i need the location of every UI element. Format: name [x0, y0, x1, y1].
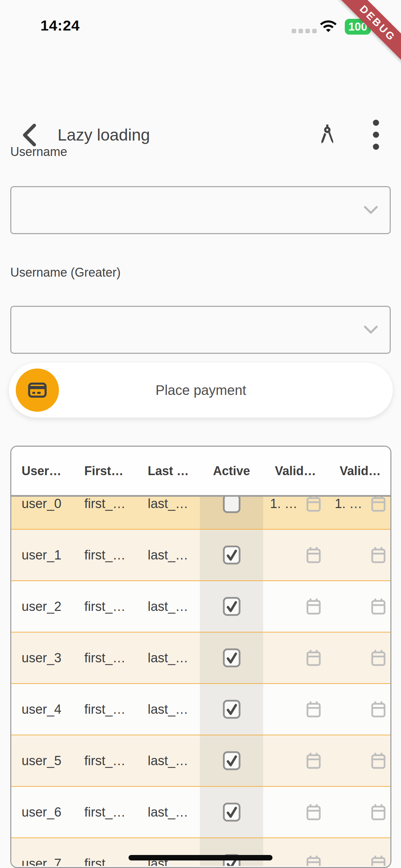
username-cell: user_4	[11, 684, 84, 735]
first-name-cell: first_…	[84, 838, 148, 866]
calendar-icon[interactable]	[370, 598, 386, 615]
active-cell	[200, 497, 263, 529]
valid-to-cell: 1. …	[331, 497, 390, 529]
checkbox-checked-icon[interactable]	[222, 802, 241, 822]
users-table: User…First…Last …ActiveValid…Valid… user…	[10, 446, 391, 868]
last-name-cell: last_…	[148, 632, 200, 683]
table-row-user_6[interactable]: user_6first_…last_…	[11, 787, 390, 838]
calendar-icon[interactable]	[370, 752, 386, 770]
table-row-user_7[interactable]: user_7first_…last_…	[11, 838, 390, 866]
table-header-row: User…First…Last …ActiveValid…Valid…	[11, 447, 390, 497]
last-name-cell: last_…	[148, 684, 200, 735]
calendar-icon[interactable]	[306, 598, 321, 615]
active-cell	[200, 735, 263, 786]
valid-to-cell	[331, 787, 390, 837]
active-cell	[200, 632, 263, 683]
calendar-icon[interactable]	[306, 803, 321, 821]
calendar-icon[interactable]	[370, 855, 386, 866]
header-cell-4: Active	[200, 447, 263, 495]
calendar-icon[interactable]	[306, 546, 321, 564]
valid-from-cell	[263, 735, 331, 786]
checkbox-unchecked-icon[interactable]	[222, 497, 241, 514]
username-greater-dropdown[interactable]	[10, 306, 391, 354]
more-options-icon[interactable]	[371, 119, 381, 151]
username-greater-label: Username (Greater)	[10, 265, 121, 280]
username-cell: user_1	[11, 530, 84, 580]
last-name-cell: last_…	[148, 735, 200, 786]
calendar-icon[interactable]	[370, 497, 386, 513]
active-cell	[200, 684, 263, 735]
status-time: 14:24	[40, 17, 80, 34]
valid-to-cell	[331, 684, 390, 735]
wifi-icon	[319, 19, 338, 34]
valid-from-cell	[263, 632, 331, 683]
valid-from-cell	[263, 530, 331, 580]
valid-from-cell: 1. …	[263, 497, 331, 529]
app-bar: Lazy loading	[0, 58, 401, 99]
last-name-cell: last_…	[148, 530, 200, 580]
header-cell-3: Last …	[148, 447, 200, 495]
first-name-cell: first_…	[84, 530, 148, 580]
calendar-icon[interactable]	[370, 700, 386, 718]
header-cell-2: First…	[84, 447, 148, 495]
checkbox-checked-icon[interactable]	[222, 751, 241, 771]
table-row-user_5[interactable]: user_5first_…last_…	[11, 735, 390, 787]
calendar-icon[interactable]	[370, 803, 386, 821]
valid-date-text: 1. …	[335, 497, 362, 511]
chevron-down-icon	[364, 206, 378, 215]
first-name-cell: first_…	[84, 632, 148, 683]
checkbox-checked-icon[interactable]	[222, 596, 241, 616]
calendar-icon[interactable]	[306, 752, 321, 770]
last-name-cell: last_…	[148, 787, 200, 837]
chevron-down-icon	[364, 325, 378, 334]
header-cell-5: Valid…	[263, 447, 331, 495]
last-name-cell: last_…	[148, 838, 200, 866]
valid-date-text: 1. …	[270, 497, 297, 511]
first-name-cell: first_…	[84, 787, 148, 837]
checkbox-checked-icon[interactable]	[222, 699, 241, 719]
valid-from-cell	[263, 787, 331, 837]
table-row-user_3[interactable]: user_3first_…last_…	[11, 632, 390, 684]
table-row-user_4[interactable]: user_4first_…last_…	[11, 684, 390, 735]
checkbox-checked-icon[interactable]	[222, 545, 241, 565]
architecture-compass-icon[interactable]	[315, 121, 340, 147]
page-title: Lazy loading	[58, 125, 150, 144]
username-cell: user_2	[11, 581, 84, 632]
last-name-cell: last_…	[148, 497, 200, 529]
phone-screen: 14:24 100 DEBUG Lazy loading Username Us…	[0, 0, 401, 868]
username-cell: user_5	[11, 735, 84, 786]
valid-from-cell	[263, 838, 331, 866]
valid-to-cell	[331, 581, 390, 632]
checkbox-checked-icon[interactable]	[222, 648, 241, 668]
table-row-user_1[interactable]: user_1first_…last_…	[11, 530, 390, 581]
header-cell-1: User…	[11, 447, 84, 495]
table-row-user_0[interactable]: user_0first_…last_…1. …1. …	[11, 497, 390, 530]
back-button[interactable]	[21, 123, 38, 147]
home-indicator[interactable]	[129, 855, 272, 860]
username-cell: user_3	[11, 632, 84, 683]
active-cell	[200, 581, 263, 632]
valid-to-cell	[331, 632, 390, 683]
username-cell: user_6	[11, 787, 84, 837]
calendar-icon[interactable]	[306, 700, 321, 718]
username-dropdown[interactable]	[10, 186, 391, 234]
last-name-cell: last_…	[148, 581, 200, 632]
valid-from-cell	[263, 684, 331, 735]
place-payment-label: Place payment	[9, 363, 393, 418]
table-row-user_2[interactable]: user_2first_…last_…	[11, 581, 390, 632]
active-cell	[200, 787, 263, 837]
username-cell: user_7	[11, 838, 84, 866]
table-body: user_0first_…last_…1. …1. …user_1first_……	[11, 497, 390, 866]
cellular-signal-icon	[292, 29, 317, 33]
valid-to-cell	[331, 838, 390, 866]
calendar-icon[interactable]	[370, 649, 386, 667]
calendar-icon[interactable]	[306, 855, 321, 866]
valid-to-cell	[331, 735, 390, 786]
username-label: Username	[10, 145, 67, 159]
calendar-icon[interactable]	[306, 497, 321, 513]
calendar-icon[interactable]	[306, 649, 321, 667]
valid-from-cell	[263, 581, 331, 632]
calendar-icon[interactable]	[370, 546, 386, 564]
header-cell-6: Valid…	[331, 447, 390, 495]
place-payment-button[interactable]: Place payment	[9, 363, 393, 418]
